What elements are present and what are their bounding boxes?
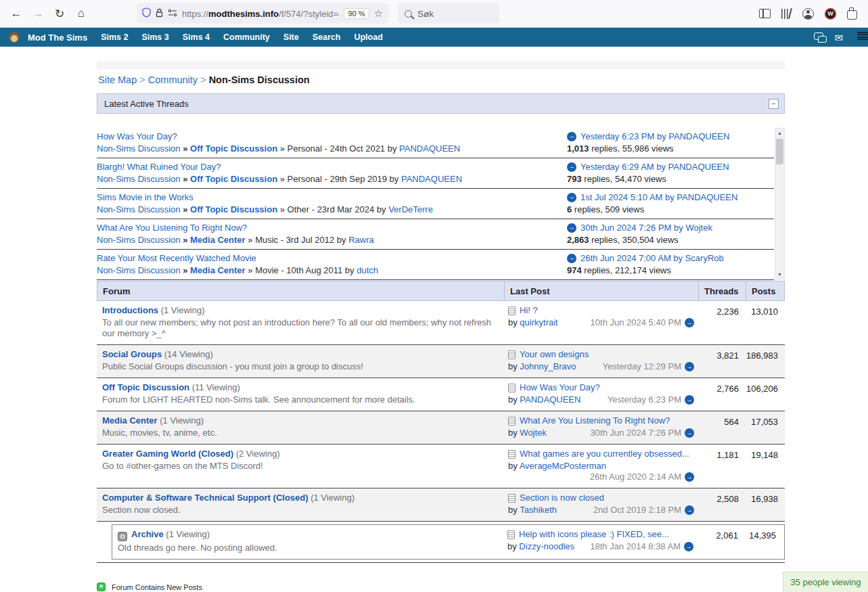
forum-link[interactable]: Media Center	[102, 415, 158, 426]
last-author-link[interactable]: AverageMcPosterman	[520, 461, 606, 471]
breadcrumb-community[interactable]: Community	[148, 74, 198, 85]
nav-search[interactable]: Search	[313, 32, 341, 42]
goto-last-post-icon[interactable]: →	[567, 162, 576, 172]
chat-icon[interactable]	[814, 32, 827, 43]
nav-sims3[interactable]: Sims 3	[141, 32, 168, 42]
url-bar[interactable]: https://modthesims.info/f/574/?styleid=4…	[137, 3, 388, 24]
last-post-link[interactable]: 30th Jun 2024 7:26 PM by Wojtek	[580, 223, 712, 233]
lock-icon[interactable]	[156, 8, 163, 20]
last-post-link[interactable]: Yesterday 6:23 PM by PANDAQUEEN	[580, 131, 729, 141]
last-thread-link[interactable]: Section is now closed	[520, 493, 604, 503]
nav-mod-the-sims[interactable]: Mod The Sims	[28, 32, 87, 43]
goto-last-post-icon[interactable]: →	[567, 254, 576, 263]
last-author-link[interactable]: PANDAQUEEN	[520, 394, 580, 405]
thread-section-link[interactable]: Non-Sims Discussion	[97, 265, 181, 275]
forum-link[interactable]: Greater Gaming World (Closed)	[102, 449, 233, 459]
collapse-button[interactable]: −	[769, 99, 779, 109]
forum-link[interactable]: Off Topic Discussion	[102, 382, 189, 392]
thread-forum-link[interactable]: Off Topic Discussion	[190, 143, 277, 154]
last-author-link[interactable]: Dizzy-noodles	[519, 541, 574, 551]
last-post-link[interactable]: 26th Jun 2024 7:00 AM by ScaryRob	[580, 253, 724, 263]
extension-icon[interactable]	[847, 10, 857, 20]
thread-forum-link[interactable]: Off Topic Discussion	[190, 204, 277, 214]
url-text[interactable]: https://modthesims.info/f/574/?styleid=4…	[182, 9, 339, 19]
last-author-link[interactable]: quirkytrait	[520, 317, 557, 327]
scroll-up-icon[interactable]: ▲	[777, 129, 782, 137]
thread-title-link[interactable]: Blargh! What Ruined Your Day?	[97, 162, 567, 172]
nav-sims4[interactable]: Sims 4	[183, 32, 210, 42]
thread-author-link[interactable]: VerDeTerre	[388, 204, 433, 214]
nav-upload[interactable]: Upload	[354, 32, 382, 42]
forum-description: Old threads go here. No posting allowed.	[118, 543, 498, 553]
thread-title-link[interactable]: What Are You Listening To Right Now?	[97, 223, 567, 233]
back-button[interactable]: ←	[7, 4, 26, 23]
thread-author-link[interactable]: PANDAQUEEN	[401, 174, 462, 184]
account-icon[interactable]	[802, 8, 814, 20]
forum-row: Introductions (1 Viewing) To all our new…	[97, 301, 785, 345]
goto-last-post-icon[interactable]: →	[684, 542, 693, 551]
scrollbar-thumb[interactable]	[776, 139, 783, 164]
reload-button[interactable]: ↻	[50, 4, 69, 23]
forward-button[interactable]: →	[28, 4, 47, 23]
shield-icon[interactable]	[142, 7, 151, 20]
thread-section-link[interactable]: Non-Sims Discussion	[97, 143, 181, 154]
thread-forum-link[interactable]: Off Topic Discussion	[190, 174, 277, 184]
thread-forum-link[interactable]: Media Center	[190, 235, 246, 245]
goto-last-post-icon[interactable]: →	[567, 223, 576, 233]
goto-last-post-icon[interactable]: →	[685, 428, 694, 438]
goto-last-post-icon[interactable]: →	[685, 395, 694, 405]
forum-link[interactable]: Computer & Software Technical Support (C…	[102, 493, 309, 503]
scroll-down-icon[interactable]: ▼	[777, 270, 782, 279]
home-button[interactable]: ⌂	[72, 4, 91, 23]
last-thread-link[interactable]: How Was Your Day?	[520, 382, 600, 393]
thread-author-link[interactable]: PANDAQUEEN	[399, 143, 460, 154]
column-threads: Threads	[699, 281, 746, 300]
permissions-icon[interactable]	[168, 9, 177, 19]
last-author-link[interactable]: Wojtek	[520, 428, 547, 438]
mail-icon[interactable]: ✉	[834, 32, 843, 43]
forum-row: Greater Gaming World (Closed) (2 Viewing…	[97, 445, 785, 488]
last-thread-link[interactable]: Help with icons please :) FIXED, see...	[519, 529, 669, 540]
goto-last-post-icon[interactable]: →	[685, 318, 694, 327]
thread-author-link[interactable]: dutch	[357, 265, 378, 275]
search-icon	[405, 10, 412, 18]
last-post-link[interactable]: Yesterday 6:29 AM by PANDAQUEEN	[580, 162, 729, 172]
last-author-link[interactable]: Johnny_Bravo	[520, 361, 576, 371]
thread-section-link[interactable]: Non-Sims Discussion	[97, 235, 181, 245]
goto-last-post-icon[interactable]: →	[685, 472, 694, 482]
thread-section-link[interactable]: Non-Sims Discussion	[97, 204, 181, 214]
wikiwand-extension-icon[interactable]: W	[825, 8, 836, 20]
forum-link[interactable]: Social Groups	[102, 349, 162, 359]
goto-last-post-icon[interactable]: →	[567, 193, 576, 202]
last-thread-link[interactable]: What Are You Listening To Right Now?	[520, 415, 670, 426]
page-content: Site Map > Community > Non-Sims Discussi…	[97, 61, 785, 563]
thread-author-link[interactable]: Rawra	[348, 235, 374, 245]
last-thread-link[interactable]: Your own designs	[520, 349, 589, 360]
library-icon[interactable]	[781, 9, 792, 19]
goto-last-post-icon[interactable]: →	[685, 362, 694, 371]
browser-search-field[interactable]: Søk	[398, 3, 499, 24]
mts-monkey-logo-icon[interactable]	[9, 32, 20, 43]
bookmark-star-icon[interactable]: ☆	[374, 7, 383, 20]
forum-link[interactable]: Archive	[131, 529, 164, 539]
thread-section-link[interactable]: Non-Sims Discussion	[97, 174, 181, 184]
breadcrumb-site-map[interactable]: Site Map	[98, 74, 137, 85]
thread-title-link[interactable]: How Was Your Day?	[97, 131, 567, 141]
goto-last-post-icon[interactable]: →	[685, 505, 694, 515]
last-post-link[interactable]: 1st Jul 2024 5:10 AM by PANDAQUEEN	[580, 192, 737, 202]
zoom-level-badge[interactable]: 90 %	[344, 8, 369, 19]
thread-title-link[interactable]: Rate Your Most Recently Watched Movie	[97, 253, 567, 263]
sidebar-icon[interactable]	[759, 9, 771, 18]
thread-list-scrollbar[interactable]: ▲ ▼	[775, 128, 785, 279]
forum-row: Off Topic Discussion (11 Viewing) Forum …	[97, 378, 785, 411]
thread-title-link[interactable]: Sims Movie in the Works	[97, 192, 567, 202]
last-author-link[interactable]: Tashiketh	[520, 505, 557, 515]
nav-sims2[interactable]: Sims 2	[101, 32, 128, 42]
nav-site[interactable]: Site	[283, 32, 299, 42]
thread-forum-link[interactable]: Media Center	[190, 265, 246, 275]
last-thread-link[interactable]: Hi! ?	[520, 305, 538, 316]
last-thread-link[interactable]: What games are you currentley obsessed..…	[520, 449, 689, 459]
nav-community[interactable]: Community	[223, 32, 270, 42]
goto-last-post-icon[interactable]: →	[567, 132, 576, 141]
forum-link[interactable]: Introductions	[102, 305, 158, 315]
